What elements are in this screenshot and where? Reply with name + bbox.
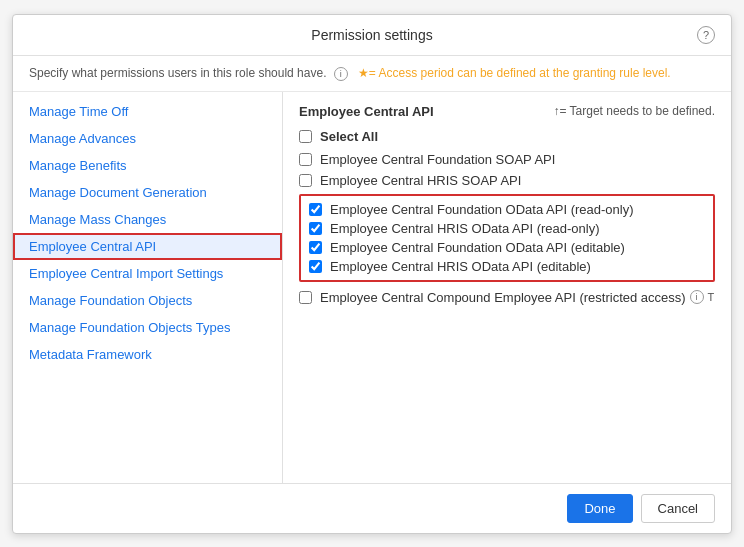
soap-api-label: Employee Central Foundation SOAP API [320,152,555,167]
compound-employee-api-checkbox[interactable] [299,291,312,304]
hris-soap-api-label: Employee Central HRIS SOAP API [320,173,521,188]
checkbox-hris-odata-editable: Employee Central HRIS OData API (editabl… [309,259,705,274]
checkbox-foundation-odata-editable: Employee Central Foundation OData API (e… [309,240,705,255]
dialog-title: Permission settings [311,27,432,43]
highlighted-group: Employee Central Foundation OData API (r… [299,194,715,282]
cancel-button[interactable]: Cancel [641,494,715,523]
compound-employee-info-icon[interactable]: i [690,290,704,304]
info-text: Specify what permissions users in this r… [29,66,326,80]
help-icon[interactable]: ? [697,26,715,44]
checkbox-hris-soap-api: Employee Central HRIS SOAP API [299,173,715,188]
checkbox-compound-employee-api: Employee Central Compound Employee API (… [299,290,715,305]
sidebar-item-employee-central-api[interactable]: Employee Central API [13,233,282,260]
dialog-footer: Done Cancel [13,483,731,533]
panel-title: Employee Central API [299,104,434,119]
dialog-header: Permission settings ? [13,15,731,56]
sidebar-item-manage-foundation-objects[interactable]: Manage Foundation Objects [13,287,282,314]
foundation-odata-readonly-checkbox[interactable] [309,203,322,216]
sidebar-item-metadata-framework[interactable]: Metadata Framework [13,341,282,368]
hris-odata-editable-label: Employee Central HRIS OData API (editabl… [330,259,591,274]
main-content: Manage Time Off Manage Advances Manage B… [13,92,731,483]
info-bar: Specify what permissions users in this r… [13,56,731,92]
sidebar-item-manage-document-generation[interactable]: Manage Document Generation [13,179,282,206]
info-icon[interactable]: i [334,67,348,81]
select-all-label: Select All [320,129,378,144]
foundation-odata-readonly-label: Employee Central Foundation OData API (r… [330,202,634,217]
permission-settings-dialog: Permission settings ? Specify what permi… [12,14,732,534]
checkbox-hris-odata-readonly: Employee Central HRIS OData API (read-on… [309,221,705,236]
content-panel: Employee Central API ↑= Target needs to … [283,92,731,483]
star-note: ★= Access period can be defined at the g… [358,66,671,80]
dialog-body: Specify what permissions users in this r… [13,56,731,483]
target-note: ↑= Target needs to be defined. [553,104,715,118]
checkbox-soap-api: Employee Central Foundation SOAP API [299,152,715,167]
panel-header: Employee Central API ↑= Target needs to … [299,104,715,119]
sidebar-item-manage-advances[interactable]: Manage Advances [13,125,282,152]
hris-soap-api-checkbox[interactable] [299,174,312,187]
soap-api-checkbox[interactable] [299,153,312,166]
sidebar-item-manage-foundation-objects-types[interactable]: Manage Foundation Objects Types [13,314,282,341]
select-all-checkbox[interactable] [299,130,312,143]
foundation-odata-editable-checkbox[interactable] [309,241,322,254]
done-button[interactable]: Done [567,494,632,523]
sidebar-item-employee-central-import-settings[interactable]: Employee Central Import Settings [13,260,282,287]
hris-odata-readonly-label: Employee Central HRIS OData API (read-on… [330,221,600,236]
sidebar-item-manage-time-off[interactable]: Manage Time Off [13,98,282,125]
hris-odata-editable-checkbox[interactable] [309,260,322,273]
foundation-odata-editable-label: Employee Central Foundation OData API (e… [330,240,625,255]
sidebar-item-manage-mass-changes[interactable]: Manage Mass Changes [13,206,282,233]
hris-odata-readonly-checkbox[interactable] [309,222,322,235]
sidebar-item-manage-benefits[interactable]: Manage Benefits [13,152,282,179]
t-marker: T [708,291,715,303]
checkbox-foundation-odata-readonly: Employee Central Foundation OData API (r… [309,202,705,217]
select-all-row: Select All [299,129,715,144]
sidebar: Manage Time Off Manage Advances Manage B… [13,92,283,483]
compound-employee-api-label: Employee Central Compound Employee API (… [320,290,686,305]
